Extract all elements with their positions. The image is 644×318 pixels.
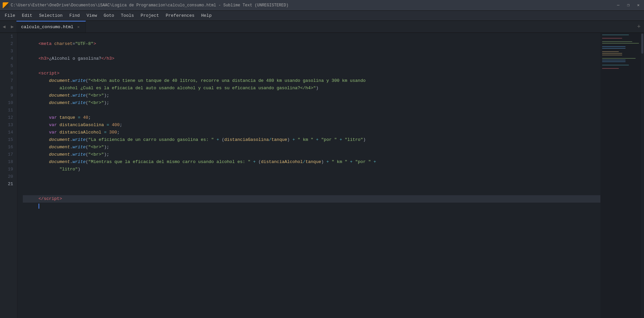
code-line-11: var distanciaGasolina = 400; (23, 114, 600, 121)
code-line-9 (23, 99, 600, 107)
menu-edit[interactable]: Edit (18, 12, 36, 19)
code-line-10: var tanque = 40; (23, 107, 600, 114)
line-number: 20 (0, 173, 17, 180)
line-number: 7 (0, 77, 17, 85)
line-number-active: 21 (0, 180, 17, 188)
code-line-19 (23, 180, 600, 188)
svg-rect-4 (602, 46, 626, 47)
minimize-button[interactable]: — (615, 3, 621, 8)
menu-view[interactable]: View (83, 12, 100, 19)
menu-file[interactable]: File (1, 12, 18, 19)
code-line-17 (23, 166, 600, 173)
code-line-20: </script> (23, 188, 600, 195)
svg-rect-11 (602, 61, 626, 62)
svg-rect-6 (602, 51, 619, 52)
code-line-2 (23, 40, 600, 48)
line-number: 19 (0, 166, 17, 173)
menu-project[interactable]: Project (137, 12, 162, 19)
code-line-5: <script> (23, 62, 600, 70)
menubar: File Edit Selection Find View Goto Tools… (0, 11, 644, 21)
svg-rect-12 (602, 65, 629, 65)
line-number: 2 (0, 40, 17, 48)
line-number: 10 (0, 99, 17, 107)
code-line-8: document.write("<br>"); (23, 92, 600, 99)
vertical-scrollbar[interactable] (641, 33, 644, 318)
close-button[interactable]: ✕ (635, 3, 641, 8)
tabbar: ◀ ▶ calculo_consumo.html ✕ + (0, 21, 644, 33)
editor-container: 1 2 3 4 5 6 7 8 9 10 11 12 13 14 15 16 1… (0, 33, 644, 318)
line-numbers-gutter: 1 2 3 4 5 6 7 8 9 10 11 12 13 14 15 16 1… (0, 33, 17, 318)
line-number: 17 (0, 151, 17, 158)
line-number: 13 (0, 121, 17, 129)
svg-rect-3 (602, 43, 639, 44)
menu-find[interactable]: Find (66, 12, 83, 19)
svg-rect-5 (602, 48, 626, 49)
svg-rect-7 (602, 53, 622, 54)
svg-rect-2 (602, 41, 632, 42)
line-number: 3 (0, 48, 17, 55)
code-line-21 (23, 195, 600, 203)
svg-rect-13 (602, 68, 619, 69)
tab-calculo-consumo[interactable]: calculo_consumo.html ✕ (16, 21, 86, 33)
line-number: 5 (0, 62, 17, 70)
new-tab-button[interactable]: + (634, 21, 644, 33)
svg-rect-8 (602, 55, 622, 55)
tab-next-button[interactable]: ▶ (8, 21, 16, 33)
titlebar: C:\Users\Esther\OneDrive\Documentos\iSAA… (0, 0, 644, 11)
line-number: 1 (0, 33, 17, 40)
line-number: 15 (0, 136, 17, 144)
minimap (600, 33, 641, 318)
window-title: C:\Users\Esther\OneDrive\Documentos\iSAA… (11, 3, 615, 8)
menu-selection[interactable]: Selection (36, 12, 66, 19)
maximize-button[interactable]: ❐ (625, 3, 631, 8)
menu-tools[interactable]: Tools (117, 12, 137, 19)
scrollbar-thumb[interactable] (641, 34, 643, 54)
app-icon (3, 2, 9, 8)
code-line-3: <h3>¿Alcohol o gasolina?</h3> (23, 48, 600, 55)
code-line-1: <meta charset="UTF-8"> (23, 33, 600, 40)
svg-rect-0 (602, 35, 629, 35)
tab-prev-button[interactable]: ◀ (0, 21, 8, 33)
window-controls: — ❐ ✕ (615, 3, 641, 8)
code-line-6: document.write("<h4>Un auto tiene un tan… (23, 70, 600, 77)
svg-rect-10 (602, 60, 626, 60)
line-number: 16 (0, 144, 17, 151)
menu-preferences[interactable]: Preferences (162, 12, 198, 19)
code-line-15: document.write("<br>"); (23, 144, 600, 151)
line-number: 4 (0, 55, 17, 62)
tab-close-button[interactable]: ✕ (76, 24, 81, 30)
line-number: 8 (0, 85, 17, 92)
line-number: 6 (0, 70, 17, 77)
line-number: 9 (0, 92, 17, 99)
tab-label: calculo_consumo.html (21, 24, 73, 30)
code-line-16: document.write("Mientras que la eficacia… (23, 151, 600, 158)
line-number: 11 (0, 107, 17, 114)
line-number: 18 (0, 158, 17, 166)
code-editor[interactable]: <meta charset="UTF-8"> <h3>¿Alcohol o ga… (17, 33, 600, 318)
line-number: 14 (0, 129, 17, 136)
code-line-18 (23, 173, 600, 180)
line-number: 12 (0, 114, 17, 121)
svg-rect-1 (602, 38, 622, 39)
menu-help[interactable]: Help (198, 12, 215, 19)
svg-rect-9 (602, 58, 636, 59)
menu-goto[interactable]: Goto (100, 12, 117, 19)
